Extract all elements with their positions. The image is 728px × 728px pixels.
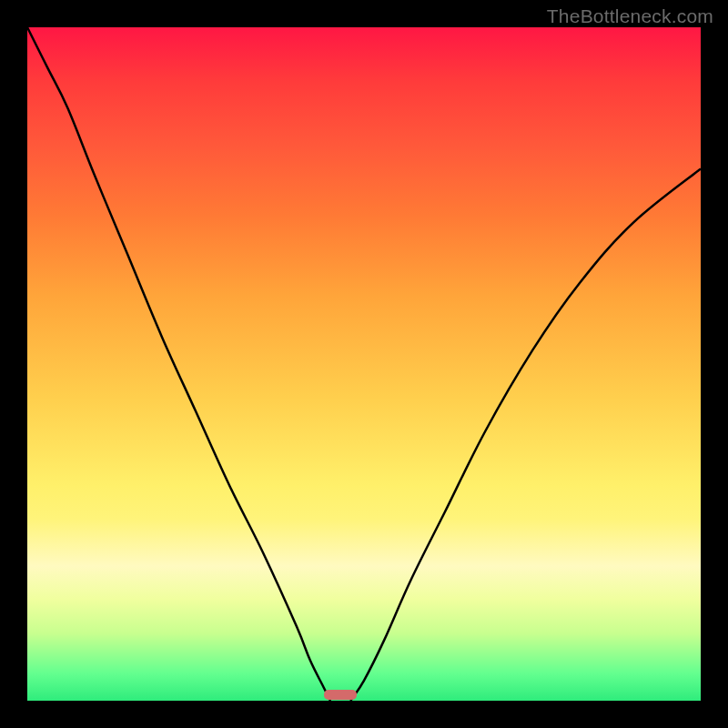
chart-frame: TheBottleneck.com: [0, 0, 728, 728]
right-curve: [350, 168, 701, 701]
bottleneck-marker: [324, 690, 357, 700]
watermark-text: TheBottleneck.com: [547, 5, 713, 27]
plot-area: [27, 27, 701, 701]
curves-layer: [27, 27, 701, 701]
left-curve: [27, 27, 330, 701]
